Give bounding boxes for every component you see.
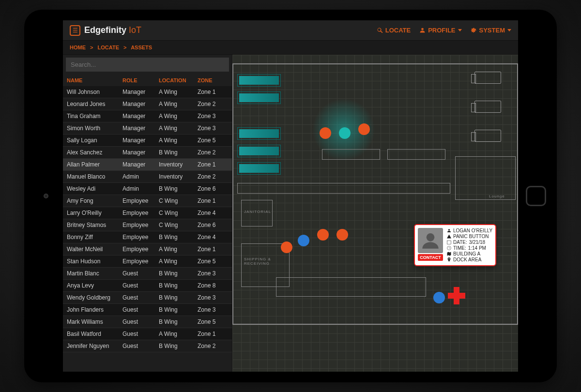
cell-location: B Wing [159, 306, 198, 313]
table-row[interactable]: Simon WorthManagerA WingZone 3 [63, 122, 232, 135]
table-row[interactable]: Alex SanchezManagerB WingZone 2 [63, 147, 232, 159]
nav-profile[interactable]: PROFILE [419, 27, 461, 34]
cell-zone: Zone 1 [198, 161, 227, 168]
contact-button[interactable]: CONTACT [418, 254, 443, 261]
cell-name: Simon Worth [67, 125, 122, 132]
col-role[interactable]: ROLE [122, 77, 159, 83]
table-row[interactable]: Wesley AdiAdminB WingZone 6 [63, 183, 232, 195]
cell-location: B Wing [159, 270, 198, 277]
cell-zone: Zone 2 [198, 173, 227, 180]
table-body[interactable]: Will JohnsonManagerA WingZone 1Leonard J… [63, 86, 232, 372]
cell-location: A Wing [159, 258, 198, 265]
cell-zone: Zone 6 [198, 185, 227, 192]
main-body: NAME ROLE LOCATION ZONE Will JohnsonMana… [63, 55, 518, 372]
asset-dot-blue[interactable] [298, 235, 309, 246]
search-icon [377, 27, 383, 33]
table-row[interactable]: Basil WatfordGuestA WingZone 1 [63, 328, 232, 340]
breadcrumb-sep: > [90, 45, 93, 50]
cell-location: A Wing [159, 113, 198, 120]
cell-name: John Flanders [67, 306, 122, 313]
cell-zone: Zone 3 [198, 270, 227, 277]
popup-name: LOGAN O'REILLY [453, 228, 492, 233]
cell-location: A Wing [159, 246, 198, 253]
pin-icon [447, 257, 451, 262]
col-location[interactable]: LOCATION [159, 77, 198, 83]
table-row[interactable]: Anya LevyGuestB WingZone 8 [63, 280, 232, 292]
cell-name: Bonny Ziff [67, 234, 122, 241]
cell-zone: Zone 6 [198, 222, 227, 228]
cell-role: Guest [122, 270, 159, 277]
cell-location: A Wing [159, 331, 198, 337]
asset-dot-teal[interactable] [339, 127, 351, 139]
cell-role: Guest [122, 331, 159, 337]
table-row[interactable]: Mark WilliamsGuestB WingZone 5 [63, 316, 232, 328]
col-name[interactable]: NAME [67, 77, 122, 83]
cell-name: Britney Stamos [67, 222, 122, 228]
app-logo[interactable]: ☰ Edgefinity IoT [70, 25, 141, 36]
cell-role: Guest [122, 343, 159, 349]
table-row[interactable]: Walter McNeilEmployeeA WingZone 1 [63, 243, 232, 256]
cell-location: Inventory [159, 173, 198, 180]
tablet-home-button[interactable] [526, 186, 546, 206]
table-row[interactable]: Leonard JonesManagerA WingZone 2 [63, 98, 232, 110]
cell-zone: Zone 3 [198, 294, 227, 301]
asset-dot-orange[interactable] [317, 229, 329, 241]
cell-location: B Wing [159, 282, 198, 289]
svg-rect-1 [447, 241, 451, 244]
asset-dot-orange[interactable] [281, 241, 292, 253]
search-input[interactable] [66, 58, 229, 72]
col-zone[interactable]: ZONE [198, 77, 227, 83]
breadcrumb-locate[interactable]: LOCATE [98, 45, 119, 50]
cell-role: Manager [122, 161, 159, 168]
table-row[interactable]: Stan HudsonEmployeeA WingZone 5 [63, 256, 232, 268]
table-row[interactable]: Britney StamosEmployeeC WingZone 6 [63, 219, 232, 231]
floor-map[interactable]: JANITORIAL SHIPPING & RECEIVING Lounge [232, 55, 518, 372]
table-row[interactable]: Tina GrahamManagerA WingZone 3 [63, 110, 232, 122]
cell-name: Anya Levy [67, 282, 122, 289]
cell-name: Amy Fong [67, 197, 122, 204]
table-row[interactable]: Martin BlancGuestB WingZone 3 [63, 268, 232, 280]
asset-dot-blue[interactable] [433, 292, 445, 303]
cell-zone: Zone 1 [198, 89, 227, 95]
cell-role: Manager [122, 137, 159, 144]
cell-zone: Zone 4 [198, 234, 227, 241]
table-row[interactable]: Sally LoganManagerA WingZone 5 [63, 135, 232, 147]
table-row[interactable]: Amy FongEmployeeC WingZone 1 [63, 195, 232, 207]
alert-cross-icon[interactable] [448, 287, 465, 304]
table-row[interactable]: Will JohnsonManagerA WingZone 1 [63, 86, 232, 98]
table-row[interactable]: Larry O'ReillyEmployeeC WingZone 4 [63, 207, 232, 219]
table-row[interactable]: Allan PalmerManagerInventoryZone 1 [63, 159, 232, 171]
cell-zone: Zone 5 [198, 258, 227, 265]
calendar-icon [447, 240, 451, 244]
asset-dot-orange[interactable] [358, 123, 370, 135]
truck [474, 101, 501, 113]
cell-location: C Wing [159, 197, 198, 204]
cell-role: Employee [122, 234, 159, 241]
breadcrumb-assets[interactable]: ASSETS [131, 45, 152, 50]
asset-dot-orange[interactable] [320, 127, 331, 139]
nav-system[interactable]: SYSTEM [471, 27, 511, 34]
table-row[interactable]: Manuel BlancoAdminInventoryZone 2 [63, 171, 232, 183]
caret-down-icon [458, 29, 462, 31]
breadcrumb-home[interactable]: HOME [70, 45, 86, 50]
pallet [237, 162, 281, 175]
top-nav: LOCATE PROFILE SYSTEM [377, 27, 511, 34]
shelf-row [237, 183, 450, 194]
cell-role: Guest [122, 318, 159, 325]
table-row[interactable]: Jennifer NguyenGuestB WingZone 2 [63, 340, 232, 352]
search-wrap [63, 55, 232, 75]
cell-role: Employee [122, 246, 159, 253]
nav-locate[interactable]: LOCATE [377, 27, 411, 34]
shelf [387, 149, 445, 160]
cell-zone: Zone 5 [198, 318, 227, 325]
cell-role: Guest [122, 282, 159, 289]
shelf [322, 149, 380, 160]
table-row[interactable]: Wendy GoldbergGuestB WingZone 3 [63, 292, 232, 304]
asset-dot-orange[interactable] [336, 229, 348, 241]
table-row[interactable]: Bonny ZiffEmployeeB WingZone 4 [63, 231, 232, 243]
cell-zone: Zone 2 [198, 149, 227, 156]
cell-location: B Wing [159, 343, 198, 349]
cell-location: B Wing [159, 234, 198, 241]
table-row[interactable]: John FlandersGuestB WingZone 3 [63, 304, 232, 316]
cell-name: Leonard Jones [67, 101, 122, 107]
